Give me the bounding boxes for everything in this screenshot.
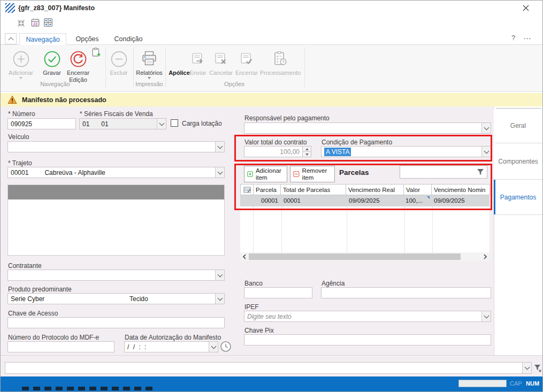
- processamento-button[interactable]: Processamento: [259, 49, 301, 76]
- ipef-label: IPEF: [244, 303, 259, 311]
- scrollbar-thumb[interactable]: [249, 253, 461, 260]
- circle-undo-icon: [70, 50, 87, 68]
- contratante-combo[interactable]: [7, 270, 225, 281]
- dropdown-button[interactable]: [215, 142, 224, 152]
- gravar-button[interactable]: Gravar: [38, 49, 66, 76]
- dropdown-button[interactable]: [157, 119, 166, 129]
- parcelas-table-body[interactable]: [240, 206, 490, 252]
- grid-plus-icon[interactable]: [43, 18, 53, 27]
- side-tab-geral[interactable]: Geral: [494, 109, 542, 143]
- dropdown-button[interactable]: [209, 342, 218, 352]
- parcelas-hscrollbar[interactable]: [240, 252, 490, 261]
- condicao-pagamento-combo[interactable]: A VISTA: [321, 146, 491, 157]
- remover-item-button[interactable]: Remover item: [290, 166, 335, 182]
- dropdown-button[interactable]: [481, 123, 491, 133]
- parcelas-filter-input[interactable]: [400, 165, 487, 179]
- series-fiscais-label: * Séries Fiscais de Venda: [80, 110, 153, 118]
- dropdown-button[interactable]: [522, 363, 531, 373]
- chave-pix-label: Chave Pix: [244, 327, 274, 334]
- series-fiscais-combo[interactable]: 0101: [79, 118, 166, 129]
- scroll-right-icon[interactable]: [483, 254, 487, 259]
- encerrar-edicao-button[interactable]: Encerrar Edição: [63, 49, 94, 83]
- filter-add-button[interactable]: [534, 364, 542, 373]
- dropdown-button[interactable]: [481, 147, 491, 157]
- clipboard-plus-button[interactable]: [91, 48, 102, 58]
- cell-edit-marker: [427, 196, 430, 199]
- close-button[interactable]: [519, 3, 532, 13]
- svg-text:23: 23: [33, 21, 37, 26]
- chave-acesso-input[interactable]: [7, 317, 225, 328]
- dropdown-button[interactable]: [215, 270, 224, 280]
- collapse-window-icon[interactable]: [17, 19, 26, 28]
- circle-plus-icon: [12, 50, 30, 68]
- excluir-button[interactable]: Excluir: [106, 49, 131, 76]
- adicionar-item-button[interactable]: Adicionar item: [244, 166, 287, 182]
- cell-valor: 100,...: [406, 197, 423, 204]
- tab-opcoes[interactable]: Opções: [69, 33, 105, 45]
- encerrar-button[interactable]: Encerrar: [234, 49, 259, 76]
- clock-icon: [220, 341, 232, 352]
- chave-pix-input[interactable]: [244, 334, 491, 345]
- relatorios-button[interactable]: Relatórios: [134, 49, 164, 79]
- document-check-icon: [240, 52, 254, 66]
- dropdown-button[interactable]: [215, 167, 224, 178]
- numero-input[interactable]: 090925: [7, 118, 76, 129]
- help-button[interactable]: ?: [511, 34, 515, 42]
- spinner-buttons[interactable]: [302, 147, 311, 157]
- ipef-combo[interactable]: Digite seu texto: [244, 311, 491, 322]
- row-selector-header[interactable]: [240, 184, 254, 195]
- col-header-vencimento-real[interactable]: Vencimento Real: [346, 184, 404, 195]
- tab-navegacao[interactable]: Navegação: [19, 33, 66, 45]
- col-header-parcela[interactable]: Parcela: [253, 184, 281, 195]
- clipboard-clock-icon: [272, 51, 288, 67]
- bottom-filter-combo[interactable]: [5, 362, 532, 374]
- calendar-icon[interactable]: 23: [30, 18, 40, 27]
- cell-total-parcelas: 00001: [284, 197, 301, 204]
- time-picker-button[interactable]: [220, 341, 232, 352]
- trajeto-label: * Trajeto: [8, 159, 32, 167]
- banco-input[interactable]: [244, 287, 312, 298]
- row-selector-icon: [243, 186, 251, 194]
- protocolo-mdfe-label: Número do Protocolo do MDF-e: [8, 334, 99, 341]
- responsavel-combo[interactable]: [244, 122, 491, 134]
- col-header-vencimento-nominal[interactable]: Vencimento Nomin: [431, 184, 490, 195]
- spin-up-icon[interactable]: [303, 147, 311, 152]
- dropdown-button[interactable]: [215, 294, 224, 304]
- protocolo-mdfe-input[interactable]: [7, 341, 114, 352]
- enviar-button[interactable]: Enviar: [188, 49, 208, 76]
- cancelar-button[interactable]: Cancelar: [208, 49, 234, 76]
- spin-down-icon[interactable]: [303, 152, 311, 157]
- col-header-total-parcelas[interactable]: Total de Parcelas: [280, 184, 346, 195]
- col-header-valor[interactable]: Valor: [403, 184, 432, 195]
- ribbon-separator: [133, 48, 134, 87]
- parcelas-title: Parcelas: [339, 168, 369, 176]
- produto-predominante-combo[interactable]: Serie CyberTecido: [7, 293, 225, 304]
- adicionar-button[interactable]: Adicionar: [7, 49, 35, 79]
- valor-total-spinner[interactable]: 100,00: [244, 146, 311, 157]
- manifesto-window: {gfr_z83_007} Manifesto 23 Navegação Opç…: [0, 0, 543, 392]
- banco-label: Banco: [244, 280, 263, 287]
- carga-lotacao-checkbox[interactable]: [171, 119, 178, 127]
- chevron-down-icon: [484, 125, 489, 130]
- trajeto-list-box[interactable]: [7, 185, 225, 256]
- num-lock-indicator: NUM: [526, 380, 539, 387]
- tab-condicao[interactable]: Condição: [108, 33, 149, 45]
- selected-value-highlight: A VISTA: [324, 148, 351, 156]
- side-tab-componentes[interactable]: Componentes: [494, 143, 542, 179]
- statusbar-field: [458, 380, 507, 387]
- ribbon-collapse-button[interactable]: [5, 33, 17, 44]
- chevron-up-icon: [8, 37, 13, 42]
- scroll-left-icon[interactable]: [242, 254, 247, 259]
- more-options-button[interactable]: …: [523, 32, 532, 41]
- clipboard-plus-icon: [91, 48, 101, 57]
- veiculo-combo[interactable]: [7, 141, 225, 152]
- numero-label: * Número: [8, 110, 35, 118]
- produto-predominante-label: Produto predominante: [8, 286, 72, 293]
- dropdown-button[interactable]: [481, 311, 491, 321]
- data-autorizacao-combo[interactable]: / / : :: [124, 341, 218, 352]
- side-tab-pagamentos[interactable]: Pagamentos: [494, 180, 542, 214]
- circle-minus-icon: [110, 50, 128, 68]
- agencia-input[interactable]: [321, 287, 491, 298]
- trajeto-combo[interactable]: 00001Cabreúva - Alphaville: [7, 167, 225, 178]
- active-tab-indicator: [494, 180, 495, 214]
